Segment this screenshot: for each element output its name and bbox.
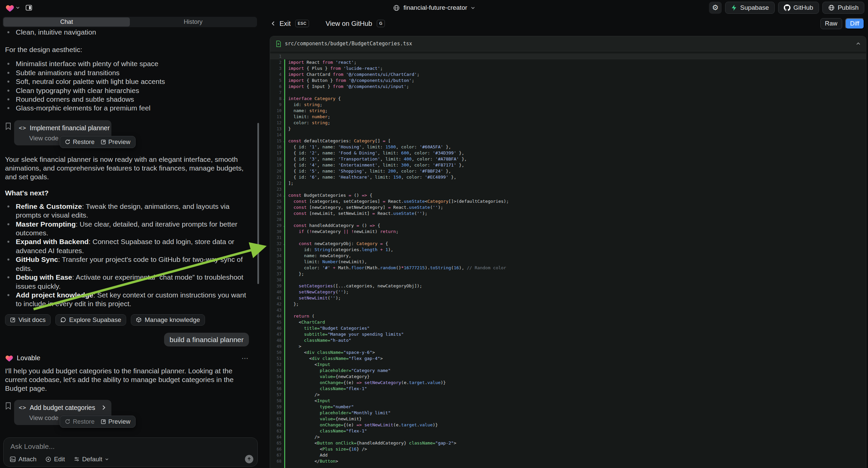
bullet-item: Glass-morphic elements for a premium fee… xyxy=(5,104,249,113)
tab-history[interactable]: History xyxy=(130,18,256,27)
diff-toggle-button[interactable]: Diff xyxy=(845,18,864,29)
raw-toggle-button[interactable]: Raw xyxy=(820,18,842,29)
code-line: 63 className="flex-1" xyxy=(270,428,866,434)
tab-chat[interactable]: Chat xyxy=(3,18,130,27)
view-on-github-button[interactable]: View on GitHub xyxy=(326,20,372,28)
mode-selector[interactable]: Default xyxy=(74,456,109,463)
publish-button[interactable]: Publish xyxy=(823,2,864,14)
code-line: 52 <Input xyxy=(270,361,866,368)
code-line: 25 const [categories, setCategories] = R… xyxy=(270,198,866,204)
panel-icon xyxy=(25,4,33,12)
code-line: 6import { Input } from '@/components/ui/… xyxy=(270,84,866,90)
code-line: 34 name: newCategory, xyxy=(270,253,866,259)
code-editor[interactable]: 12import React from 'react';3import { Pl… xyxy=(270,51,866,468)
code-line: 8⌄interface Category { xyxy=(270,96,866,102)
exit-button[interactable]: Exit xyxy=(279,20,290,28)
publish-globe-icon xyxy=(828,4,835,11)
target-icon xyxy=(45,456,51,462)
chat-messages: Clean, intuitive navigation For the desi… xyxy=(0,27,258,436)
restore-button[interactable]: Restore xyxy=(65,138,95,146)
code-line: 61 value={newLimit} xyxy=(270,416,866,422)
restore-icon xyxy=(65,139,70,145)
restore-button[interactable]: Restore xyxy=(65,418,95,426)
version-card[interactable]: <> Implement financial planner View code… xyxy=(14,120,112,145)
code-line: 26 const [newCategory, setNewCategory] =… xyxy=(270,204,866,210)
chat-scrollbar[interactable] xyxy=(257,123,259,284)
code-line: 56 className="flex-1" xyxy=(270,386,866,392)
code-line: 60 placeholder="Monthly limit" xyxy=(270,410,866,416)
code-line: 3import { Plus } from 'lucide-react'; xyxy=(270,65,866,71)
code-line: 40 setNewCategory(''); xyxy=(270,289,866,295)
code-line: 14 xyxy=(270,132,866,138)
code-panel: Exit ESC View on GitHub G Raw Diff src/c… xyxy=(262,16,868,468)
version-title: Implement financial planner xyxy=(30,124,110,132)
supabase-icon xyxy=(731,4,737,11)
sidebar-toggle-button[interactable] xyxy=(23,2,35,13)
preview-button[interactable]: Preview xyxy=(101,418,130,426)
file-bar[interactable]: src/components/budget/BudgetCategories.t… xyxy=(270,36,866,51)
bullet-item: Master Prompting: Use clear, detailed, a… xyxy=(5,220,249,238)
chat-input[interactable] xyxy=(10,442,251,452)
preview-icon xyxy=(101,419,106,425)
code-line: 45 <ChartCard xyxy=(270,319,866,325)
code-line: 9 id: string; xyxy=(270,102,866,108)
chat-history-tabs: Chat History xyxy=(3,17,257,27)
code-line: 64 /> xyxy=(270,434,866,440)
preview-button[interactable]: Preview xyxy=(101,138,130,146)
diff-added-gutter xyxy=(284,59,285,468)
project-switcher[interactable]: financial-future-creator xyxy=(393,4,475,11)
lovable-heart-icon xyxy=(5,354,13,362)
chevron-left-icon[interactable] xyxy=(271,21,275,26)
g-key-badge: G xyxy=(377,20,385,27)
bullet-item: Rounded corners and subtle shadows xyxy=(5,95,249,104)
bookmark-icon[interactable] xyxy=(5,402,11,410)
esc-key-badge: ESC xyxy=(295,20,309,27)
restore-icon xyxy=(65,419,70,425)
code-icon: <> xyxy=(19,124,26,131)
bullet-item: Subtle animations and transitions xyxy=(5,68,249,77)
github-button[interactable]: GitHub xyxy=(778,2,819,14)
preview-icon xyxy=(101,139,106,145)
code-line: 46 title="Budget Categories" xyxy=(270,325,866,331)
code-line: 30 if (!newCategory || !newLimit) return… xyxy=(270,229,866,235)
send-button[interactable] xyxy=(245,455,253,463)
chevron-down-icon xyxy=(105,458,109,461)
code-line: 29⌄ const handleAddCategory = () => { xyxy=(270,223,866,229)
bullet-item: Minimalist interface with plenty of whit… xyxy=(5,59,249,68)
code-line: 48 className="h-auto" xyxy=(270,338,866,344)
code-line: 49 > xyxy=(270,344,866,350)
code-line: 42 }; xyxy=(270,301,866,307)
code-line: 21 { id: '6', name: 'Healthcare', limit:… xyxy=(270,174,866,180)
design-bullet-list: Minimalist interface with plenty of whit… xyxy=(5,59,249,113)
code-line: 68 </Button> xyxy=(270,458,866,464)
attach-button[interactable]: Attach xyxy=(10,456,37,463)
code-icon: <> xyxy=(19,404,26,411)
github-icon xyxy=(784,4,790,11)
supabase-button[interactable]: Supabase xyxy=(725,2,775,14)
version-card[interactable]: <> Add budget categories View code Resto… xyxy=(14,400,112,425)
code-line: 57 /> xyxy=(270,392,866,398)
manage-knowledge-button[interactable]: Manage knowledge xyxy=(131,314,205,326)
code-file-card: src/components/budget/BudgetCategories.t… xyxy=(270,36,866,468)
code-line: 11 limit: number; xyxy=(270,114,866,120)
lovable-logo-menu[interactable] xyxy=(5,4,20,12)
top-bar: financial-future-creator ⚙ Supabase GitH… xyxy=(0,0,868,16)
message-menu-button[interactable]: ⋯ xyxy=(242,354,249,362)
version-hover-toolbar: Restore Preview xyxy=(60,416,135,428)
file-path: src/components/budget/BudgetCategories.t… xyxy=(285,40,852,47)
code-line: 59 type="number" xyxy=(270,404,866,410)
bookmark-icon[interactable] xyxy=(5,122,11,130)
code-line: 43 xyxy=(270,307,866,313)
edit-button[interactable]: Edit xyxy=(45,456,65,463)
bullet-item: GitHub Sync: Transfer your project's cod… xyxy=(5,255,249,273)
chat-panel: Chat History Clean, intuitive navigation… xyxy=(0,16,262,468)
settings-button[interactable]: ⚙ xyxy=(709,2,722,14)
gear-icon: ⚙ xyxy=(712,3,719,12)
whats-next-list: Refine & Customize: Tweak the design, an… xyxy=(5,202,249,309)
code-line: 39 setCategories([...categories, newCate… xyxy=(270,283,866,289)
chevron-up-icon[interactable] xyxy=(856,42,861,45)
code-line: 10 name: string; xyxy=(270,108,866,114)
visit-docs-button[interactable]: Visit docs xyxy=(5,314,51,326)
explore-supabase-button[interactable]: Explore Supabase xyxy=(55,314,126,326)
code-line: 33 id: String(categories.length + 1), xyxy=(270,247,866,253)
